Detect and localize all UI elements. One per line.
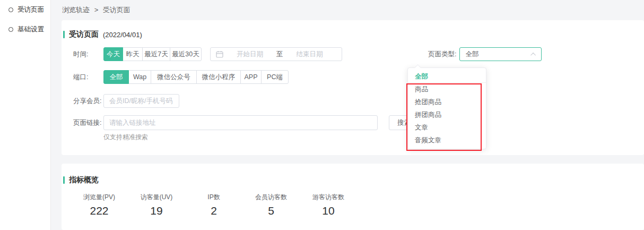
breadcrumb-separator: > [94, 6, 99, 14]
dropdown-option-group-goods[interactable]: 拼团商品 [408, 108, 486, 121]
metric-label: 游客访客数 [300, 193, 357, 202]
date-range-separator: 至 [276, 50, 283, 59]
port-option-wechat-miniprogram[interactable]: 微信小程序 [196, 70, 241, 84]
sidebar: 受访页面 基础设置 [0, 0, 51, 230]
metric-value: 19 [128, 205, 185, 217]
panel-date-note: (2022/04/01) [103, 31, 142, 39]
filter-row-page-link: 页面链接: 搜索 [73, 116, 633, 130]
page-link-label: 页面链接: [73, 118, 103, 127]
port-option-wechat-official[interactable]: 微信公众号 [151, 70, 197, 84]
page-type-select[interactable]: 全部 [459, 47, 542, 61]
dropdown-option-all[interactable]: 全部 [408, 70, 486, 83]
port-option-app[interactable]: APP [240, 70, 262, 84]
filter-panel: 受访页面 (2022/04/01) 时间: 今天 昨天 最近7天 最近30天 开… [62, 20, 644, 155]
metric-uv: 访客量(UV) 19 [128, 193, 185, 217]
dropdown-option-audio-article[interactable]: 音频文章 [408, 134, 486, 147]
title-accent-bar [63, 176, 65, 184]
sidebar-item-visited-pages[interactable]: 受访页面 [0, 0, 50, 20]
metric-value: 5 [242, 205, 300, 217]
metric-label: 浏览量(PV) [71, 193, 128, 202]
metrics-panel: 指标概览 浏览量(PV) 222 访客量(UV) 19 IP数 2 会员访客数 … [62, 164, 644, 230]
metric-value: 2 [185, 205, 242, 217]
page-link-input[interactable] [103, 115, 378, 130]
metrics-row: 浏览量(PV) 222 访客量(UV) 19 IP数 2 会员访客数 5 游客访… [71, 193, 357, 217]
panel-title-text: 指标概览 [69, 175, 99, 185]
dropdown-option-goods[interactable]: 商品 [408, 83, 486, 96]
time-option-today[interactable]: 今天 [103, 47, 123, 61]
filter-row-share-member: 分享会员: [73, 94, 633, 108]
metric-label: 会员访客数 [242, 193, 300, 202]
metrics-panel-title: 指标概览 [63, 175, 99, 185]
port-option-wap[interactable]: Wap [128, 70, 151, 84]
metric-label: 访客量(UV) [128, 193, 185, 202]
filter-panel-title: 受访页面 (2022/04/01) [63, 30, 142, 39]
share-member-input[interactable] [103, 94, 179, 108]
dropdown-option-article[interactable]: 文章 [408, 121, 486, 134]
sidebar-item-label: 受访页面 [18, 5, 44, 14]
share-member-label: 分享会员: [73, 97, 103, 106]
port-segment-group: 全部 Wap 微信公众号 微信小程序 APP PC端 [103, 70, 289, 84]
filter-row-port: 端口: 全部 Wap 微信公众号 微信小程序 APP PC端 [73, 70, 633, 84]
time-option-last30days[interactable]: 最近30天 [170, 47, 202, 61]
panel-title-text: 受访页面 [69, 30, 99, 39]
title-accent-bar [63, 31, 65, 38]
page-type-dropdown: 全部 商品 抢团商品 拼团商品 文章 音频文章 [407, 67, 486, 149]
page-type-label: 页面类型: [428, 50, 456, 59]
metric-value: 10 [300, 205, 357, 217]
port-option-pc[interactable]: PC端 [261, 70, 289, 84]
breadcrumb: 浏览轨迹 > 受访页面 [62, 5, 130, 15]
page-type-selected-value: 全部 [465, 50, 532, 59]
circle-icon [8, 27, 13, 32]
breadcrumb-current: 受访页面 [103, 6, 130, 14]
sidebar-item-label: 基础设置 [18, 25, 44, 34]
port-option-all[interactable]: 全部 [103, 70, 129, 84]
metric-pv: 浏览量(PV) 222 [71, 193, 128, 217]
time-segment-group: 今天 昨天 最近7天 最近30天 [103, 47, 202, 61]
metric-value: 222 [71, 205, 128, 217]
end-date-placeholder[interactable]: 结束日期 [286, 50, 333, 59]
circle-icon [8, 7, 13, 12]
dropdown-option-list: 全部 商品 抢团商品 拼团商品 文章 音频文章 [408, 70, 486, 147]
start-date-placeholder[interactable]: 开始日期 [227, 50, 273, 59]
port-label: 端口: [73, 73, 103, 82]
metric-label: IP数 [185, 193, 242, 202]
metric-member-visitors: 会员访客数 5 [242, 193, 300, 217]
metric-ip: IP数 2 [185, 193, 242, 217]
time-label: 时间: [73, 50, 103, 59]
dropdown-option-flash-group-goods[interactable]: 抢团商品 [408, 96, 486, 108]
sidebar-item-basic-settings[interactable]: 基础设置 [0, 20, 50, 39]
search-hint: 仅支持精准搜索 [103, 133, 148, 142]
date-range-picker[interactable]: 开始日期 至 结束日期 [210, 47, 342, 61]
breadcrumb-parent[interactable]: 浏览轨迹 [62, 6, 90, 14]
time-option-yesterday[interactable]: 昨天 [123, 47, 143, 61]
calendar-icon [216, 50, 223, 58]
filter-row-time: 时间: 今天 昨天 最近7天 最近30天 开始日期 至 结束日期 页面类型: 全… [73, 47, 633, 61]
time-option-last7days[interactable]: 最近7天 [142, 47, 170, 61]
metric-guest-visitors: 游客访客数 10 [300, 193, 357, 217]
